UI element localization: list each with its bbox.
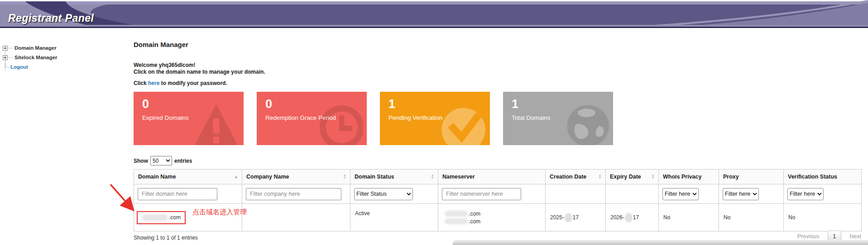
clock-icon xyxy=(316,99,363,145)
cell-proxy: No xyxy=(719,204,784,231)
expiry-date-end: 17 xyxy=(633,214,639,220)
column-label: Expiry Date xyxy=(610,174,641,180)
sidebar-item-domain-manager[interactable]: Domain Manager xyxy=(3,44,107,52)
filter-expiry-empty-cell xyxy=(606,184,659,204)
column-label: Creation Date xyxy=(550,174,586,180)
column-label: Verification Status xyxy=(788,174,837,180)
tree-dash xyxy=(9,48,13,48)
filter-verification-select[interactable]: Filter here xyxy=(787,188,824,200)
creation-date-end: 17 xyxy=(573,214,579,220)
expand-plus-icon[interactable] xyxy=(3,55,8,60)
stat-label: Pending Verification xyxy=(388,114,442,121)
redacted-date-part xyxy=(625,213,633,222)
sidebar-item-logout[interactable]: Logout xyxy=(3,63,107,71)
sort-both-icon: ▲▼ xyxy=(651,174,655,179)
filter-creation-empty-cell xyxy=(546,184,606,204)
cell-creation-date: 2025-17 xyxy=(546,204,606,231)
whois-privacy-value: No xyxy=(663,214,670,221)
sidebar-item-label: Domain Manager xyxy=(14,45,57,51)
background-window-edge xyxy=(453,240,868,245)
filter-domain-input[interactable] xyxy=(138,188,217,200)
previous-page-button[interactable]: Previous xyxy=(797,233,820,240)
filter-whois-select[interactable]: Filter here xyxy=(662,188,699,200)
banner-swoosh-decoration xyxy=(0,0,868,28)
nameserver-line: .com xyxy=(445,217,541,225)
cell-verification-status: No xyxy=(784,204,862,231)
column-header-creation-date[interactable]: Creation Date ▲▼ xyxy=(546,170,606,184)
warning-triangle-icon xyxy=(192,99,240,145)
stat-card-expired-domains: 0 Expired Domains xyxy=(134,92,244,145)
column-header-proxy[interactable]: Proxy xyxy=(719,170,784,184)
filter-proxy-select[interactable]: Filter here xyxy=(723,188,759,200)
next-page-button[interactable]: Next xyxy=(849,233,861,240)
proxy-value: No xyxy=(724,214,730,221)
filter-company-input[interactable] xyxy=(246,188,341,200)
sort-both-icon: ▲▼ xyxy=(431,174,434,179)
domain-name-suffix: .com xyxy=(169,214,181,221)
column-header-whois-privacy[interactable]: Whois Privacy xyxy=(659,170,719,184)
column-label: Proxy xyxy=(723,174,739,180)
filter-status-select[interactable]: Filter Status xyxy=(354,188,413,200)
annotation-arrow-icon xyxy=(103,180,144,217)
column-header-expiry-date[interactable]: Expiry Date ▲▼ xyxy=(606,170,659,184)
stat-value: 0 xyxy=(142,97,149,111)
column-header-company-name[interactable]: Company Name ▲▼ xyxy=(242,170,350,184)
column-label: Company Name xyxy=(246,174,289,180)
stat-card-total-domains: 1 Total Domains xyxy=(503,92,613,145)
nameserver-suffix: .com xyxy=(469,218,480,225)
annotation-red-box: .com xyxy=(137,211,186,224)
cell-company-name xyxy=(242,204,350,231)
app-title: Registrant Panel xyxy=(8,12,94,24)
column-header-domain-status[interactable]: Domain Status ▲▼ xyxy=(350,170,438,184)
registrant-panel-page: Registrant Panel Domain Manager Sitelock… xyxy=(0,0,868,245)
password-line-suffix: to modify your password. xyxy=(159,80,227,86)
filter-nameserver-input[interactable] xyxy=(442,188,521,200)
table-header-row: Domain Name ▲ Company Name ▲▼ Domain Sta… xyxy=(134,170,862,184)
expiry-date-start: 2026- xyxy=(610,214,624,220)
modify-password-link[interactable]: here xyxy=(148,80,159,86)
column-header-domain-name[interactable]: Domain Name ▲ xyxy=(134,170,242,184)
column-header-verification-status[interactable]: Verification Status xyxy=(784,170,862,184)
redacted-date-part xyxy=(565,213,572,222)
expand-plus-icon[interactable] xyxy=(3,46,8,51)
stat-value: 1 xyxy=(512,97,518,111)
sort-asc-icon: ▲ xyxy=(234,175,238,179)
sidebar-item-sitelock-manager[interactable]: Sitelock Manager xyxy=(3,54,107,61)
welcome-line2: Click on the domain name to manage your … xyxy=(134,69,265,75)
domain-status-value: Active xyxy=(355,210,370,217)
welcome-text: Welcome yhq365dlcom! Click on the domain… xyxy=(134,62,265,75)
globe-icon xyxy=(562,99,609,145)
nameserver-suffix: .com xyxy=(469,211,480,217)
checkmark-icon xyxy=(439,99,486,145)
column-label: Nameserver xyxy=(442,174,475,180)
cell-whois-privacy: No xyxy=(659,204,719,231)
cell-nameserver: .com .com xyxy=(438,204,546,231)
table-filter-row: Filter Status Filter here Filter here Fi… xyxy=(134,184,862,204)
logout-link: Logout xyxy=(10,64,28,70)
tree-dash xyxy=(9,57,13,58)
password-line-prefix: Click xyxy=(134,80,148,86)
sidebar-item-label: Sitelock Manager xyxy=(14,55,58,60)
stat-label: Expired Domains xyxy=(142,114,189,121)
domains-table: Domain Name ▲ Company Name ▲▼ Domain Sta… xyxy=(134,169,861,231)
page-size-select[interactable]: 50 xyxy=(150,156,172,165)
cell-expiry-date: 2026-17 xyxy=(606,204,659,231)
stat-card-pending-verification: 1 Pending Verification xyxy=(380,92,490,145)
welcome-line1: Welcome yhq365dlcom! xyxy=(134,62,265,69)
stat-label: Total Domains xyxy=(512,114,551,121)
stat-value: 0 xyxy=(265,97,272,111)
column-label: Domain Status xyxy=(355,174,394,180)
app-banner: Registrant Panel xyxy=(0,0,868,28)
tree-corner xyxy=(5,63,9,67)
column-header-nameserver[interactable]: Nameserver xyxy=(438,170,546,184)
sidebar-tree: Domain Manager Sitelock Manager Logout xyxy=(3,44,107,73)
verification-status-value: No xyxy=(788,214,795,221)
redacted-domain-name xyxy=(142,214,168,221)
page-size-control: Show 50 entries xyxy=(134,156,192,165)
stat-cards: 0 Expired Domains 0 Redemption Grace Per… xyxy=(134,92,613,145)
column-label: Whois Privacy xyxy=(663,174,701,180)
sort-both-icon: ▲▼ xyxy=(598,174,602,179)
cell-domain-status: Active xyxy=(350,204,438,231)
nameserver-line: .com xyxy=(445,210,541,217)
redacted-nameserver xyxy=(445,211,468,217)
